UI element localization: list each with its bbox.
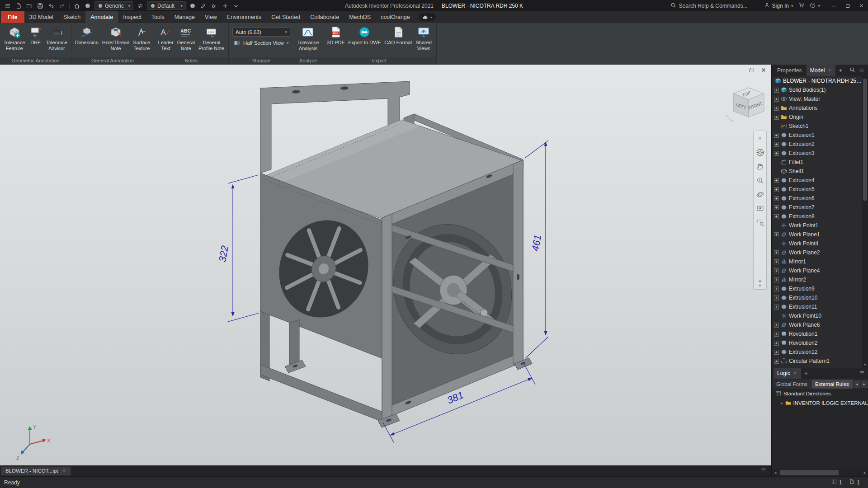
leader-text-button[interactable]: ALeader Text [157,24,175,52]
tab-model[interactable]: Model [807,65,836,76]
expander-icon[interactable]: + [774,296,779,300]
add-panel-button[interactable] [836,65,844,76]
help-button[interactable]: ? ▾ [810,2,820,9]
expander-icon[interactable]: + [774,350,779,355]
design-view-select[interactable]: Auto (6,63)▾ [232,28,290,37]
expander-icon[interactable]: + [774,196,779,201]
close-button[interactable] [854,0,868,11]
ribbon-tab-coolorange[interactable]: coolOrange [376,11,415,23]
rules-item-inventor-ilogic-external-ru[interactable]: ▸INVENTOR ILOGIC EXTERNAL RU [772,398,868,408]
expander-icon[interactable]: + [774,332,779,337]
tree-item-extrusion9[interactable]: +Extrusion9 [772,284,862,293]
dim-text-322[interactable]: 322 [217,244,231,263]
expander-icon[interactable]: + [774,214,779,219]
tree-item-extrusion7[interactable]: +Extrusion7 [772,203,862,212]
scrollbar-thumb[interactable] [863,79,867,201]
general-note-button[interactable]: ABCGeneral Note [176,24,196,52]
half-section-view-button[interactable]: Half Section View▾ [232,39,290,47]
qat-customize-icon[interactable] [231,1,241,10]
full-navigation-wheel-icon[interactable] [755,147,765,158]
rules-item-standard-directories[interactable]: Standard Directories [772,389,868,398]
navbar-scroll-down-icon[interactable]: ▾ [759,283,761,287]
logic-tab-global-forms[interactable]: Global Forms [773,380,811,389]
document-tab-close-icon[interactable] [61,468,66,474]
tab-scroll-left-icon[interactable]: ◂ [854,380,860,388]
save-icon[interactable] [35,1,45,10]
app-store-button[interactable] [798,2,804,9]
expander-icon[interactable]: + [774,259,779,264]
look-at-icon[interactable] [755,203,765,214]
tree-item-revolution2[interactable]: +Revolution2 [772,338,862,347]
cad-format-button[interactable]: CAD Format [383,24,413,47]
undo-icon[interactable] [46,1,56,10]
tree-item-view-master[interactable]: +View: Master [772,94,862,103]
expander-icon[interactable]: + [774,151,779,156]
expander-icon[interactable]: + [774,115,779,120]
new-file-icon[interactable] [14,1,24,10]
redo-icon[interactable] [57,1,67,10]
surface-texture-button[interactable]: Surface Texture [132,24,151,52]
tree-item-shell1[interactable]: +Shell1 [772,167,862,176]
tree-item-sketch1[interactable]: +Sketch1 [772,122,862,131]
doc-close-icon[interactable] [760,67,767,75]
tolerance-analysis-button[interactable]: Tolerance Analysis [296,24,321,52]
tree-item-extrusion11[interactable]: +Extrusion11 [772,302,862,311]
home-icon[interactable] [72,1,82,10]
expander-icon[interactable]: + [774,268,779,273]
tree-item-mirror1[interactable]: +Mirror1 [772,257,862,266]
tree-item-work-point4[interactable]: +Work Point4 [772,239,862,248]
horizontal-scrollbar[interactable]: ◂ ▸ [772,469,868,476]
shared-views-button[interactable]: Shared Views [414,24,433,52]
tree-item-work-plane6[interactable]: +Work Plane6 [772,320,862,329]
tree-item-annotations[interactable]: +Annotations [772,103,862,113]
ribbon-tab-annotate[interactable]: Annotate [85,11,118,23]
tree-item-extrusion6[interactable]: +Extrusion6 [772,194,862,203]
viewport-canvas[interactable]: 322 461 381 [0,65,771,465]
expander-icon[interactable]: + [774,305,779,310]
parameters-fx-icon[interactable]: fx [209,1,219,10]
scroll-down-icon[interactable]: ▾ [862,362,868,367]
tree-item-fillet1[interactable]: +Fillet1 [772,158,862,167]
ribbon-tab-file[interactable]: File [1,11,24,23]
doc-restore-icon[interactable] [749,67,755,75]
tree-item-origin[interactable]: +Origin [772,113,862,122]
tree-item-work-plane1[interactable]: +Work Plane1 [772,230,862,239]
expander-icon[interactable]: + [774,341,779,346]
expander-arrow-icon[interactable]: ▸ [781,401,783,405]
ribbon-tab-inspect[interactable]: Inspect [118,11,146,23]
tree-item-work-plane4[interactable]: +Work Plane4 [772,266,862,275]
ribbon-tab-tools[interactable]: Tools [146,11,170,23]
scroll-left-icon[interactable]: ◂ [772,470,779,475]
swap-appearance-icon[interactable] [135,1,145,10]
tree-item-solid-bodies-1[interactable]: +Solid Bodies(1) [772,85,862,94]
tree-item-extrusion5[interactable]: +Extrusion5 [772,185,862,194]
document-tab[interactable]: BLOWER - NICOT...ipt [1,466,71,476]
tolerance-advisor-button[interactable]: Tolerance Advisor [45,24,69,52]
expander-icon[interactable]: + [774,232,779,237]
expander-icon[interactable]: + [774,142,779,147]
expander-icon[interactable]: + [774,359,779,364]
viewcube[interactable]: TOP LEFT FRONT [726,88,764,122]
tab-properties[interactable]: Properties [774,65,806,76]
zoom-icon[interactable] [755,175,765,186]
browser-menu-icon[interactable] [859,67,865,75]
tree-item-extrusion8[interactable]: +Extrusion8 [772,212,862,221]
expander-icon[interactable]: + [774,286,779,291]
hscroll-thumb[interactable] [780,470,839,475]
browser-search-icon[interactable] [849,67,855,74]
expander-icon[interactable]: + [774,178,779,183]
3d-pdf-button[interactable]: PDF3D PDF [326,24,346,47]
minimize-button[interactable] [827,0,841,11]
hole-thread-note-button[interactable]: Hole/Thread Note [101,24,131,52]
ribbon-tab-manage[interactable]: Manage [170,11,200,23]
tree-item-circular-pattern1[interactable]: +Circular Pattern1 [772,357,862,366]
ribbon-tab-view[interactable]: View [200,11,222,23]
ribbon-tab-environments[interactable]: Environments [222,11,266,23]
general-profile-note-button[interactable]: 1.01General Profile Note [197,24,226,52]
logic-menu-icon[interactable] [859,370,865,377]
logic-add-button[interactable] [802,367,810,379]
expander-icon[interactable]: + [774,88,779,93]
ribbon-tab-collaborate[interactable]: Collaborate [305,11,344,23]
navbar-scroll-up-icon[interactable]: ▴ [759,278,761,282]
navbar-close-icon[interactable] [755,133,765,144]
